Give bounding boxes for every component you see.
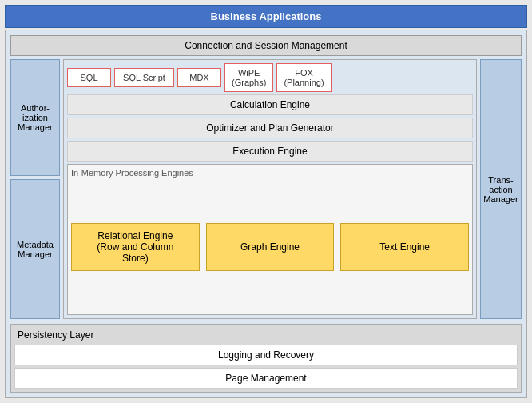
left-side: Author-izationManager MetadataManager [10, 59, 60, 319]
text-engine-label: Text Engine [379, 241, 430, 253]
optimizer-label: Optimizer and Plan Generator [206, 122, 333, 134]
sql-row: SQL SQL Script MDX WiPE(Graphs) FOX(Plan… [67, 63, 473, 92]
transaction-manager: Trans-actionManager [480, 59, 522, 319]
in-memory-title: In-Memory Processing Engines [71, 168, 469, 178]
auth-label: Author-izationManager [18, 103, 52, 132]
fox-button[interactable]: FOX(Planning) [276, 63, 331, 92]
business-apps-label: Business Applications [211, 10, 322, 22]
page-management-bar: Page Management [14, 368, 518, 389]
connection-label: Connection and Session Management [185, 40, 347, 51]
business-apps-header: Business Applications [5, 5, 527, 28]
relational-engine-label: Relational Engine(Row and ColumnStore) [97, 230, 173, 264]
app-wrapper: Business Applications Connection and Ses… [0, 0, 532, 403]
connection-bar: Connection and Session Management [10, 35, 522, 56]
persistency-section: Persistency Layer Logging and Recovery P… [10, 324, 522, 393]
calculation-engine: Calculation Engine [67, 94, 473, 115]
sql-script-button[interactable]: SQL Script [114, 68, 174, 87]
metadata-manager: MetadataManager [10, 179, 60, 319]
right-side: Trans-actionManager [480, 59, 522, 319]
calculation-label: Calculation Engine [230, 99, 310, 110]
optimizer-engine: Optimizer and Plan Generator [67, 118, 473, 138]
graph-engine-label: Graph Engine [240, 241, 300, 253]
execution-engine: Execution Engine [67, 141, 473, 162]
transaction-label: Trans-actionManager [483, 175, 518, 204]
page-management-label: Page Management [225, 373, 306, 384]
auth-manager: Author-izationManager [10, 59, 60, 176]
relational-engine-box: Relational Engine(Row and ColumnStore) [71, 223, 200, 271]
center-area: SQL SQL Script MDX WiPE(Graphs) FOX(Plan… [63, 59, 477, 319]
wipe-button[interactable]: WiPE(Graphs) [224, 63, 273, 92]
persistency-title: Persistency Layer [14, 328, 518, 342]
in-memory-section: In-Memory Processing Engines Relational … [67, 164, 473, 315]
mdx-button[interactable]: MDX [177, 68, 221, 87]
text-engine-box: Text Engine [340, 223, 469, 271]
graph-engine-box: Graph Engine [206, 223, 335, 271]
logging-bar: Logging and Recovery [14, 345, 518, 365]
main-content: Connection and Session Management Author… [5, 30, 527, 398]
metadata-label: MetadataManager [17, 240, 54, 259]
sql-button[interactable]: SQL [67, 68, 111, 87]
middle-section: Author-izationManager MetadataManager SQ… [10, 59, 522, 319]
logging-label: Logging and Recovery [218, 349, 314, 361]
execution-label: Execution Engine [232, 146, 307, 157]
engine-boxes: Relational Engine(Row and ColumnStore) G… [71, 182, 469, 311]
